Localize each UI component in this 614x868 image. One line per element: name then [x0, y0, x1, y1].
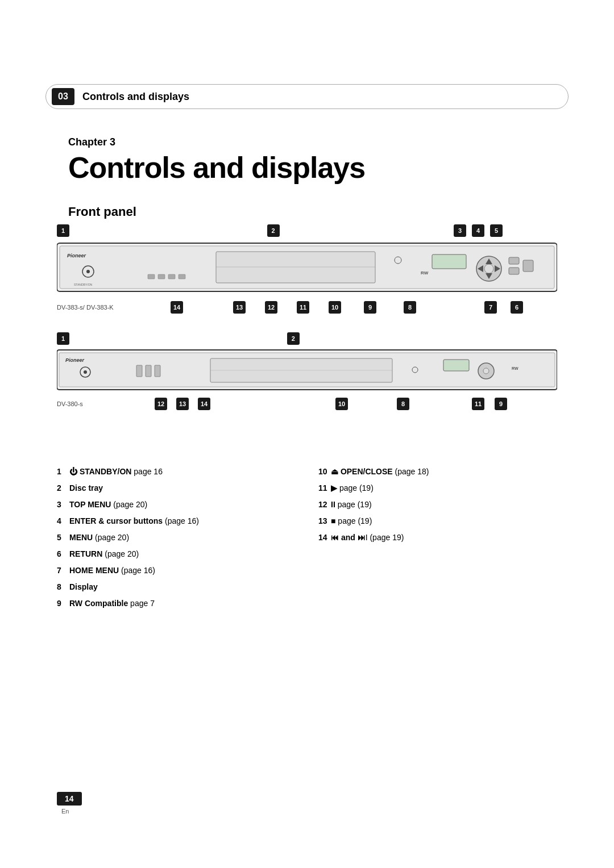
svg-rect-15 [509, 257, 519, 264]
ref-item-9: 9 RW Compatible page 7 [57, 598, 296, 610]
section-bar-title: Controls and displays [82, 91, 189, 103]
svg-point-10 [484, 264, 493, 273]
svg-point-28 [84, 370, 87, 374]
svg-rect-16 [509, 268, 519, 274]
badge-14-bottom: 14 [198, 398, 210, 410]
svg-rect-29 [136, 365, 142, 377]
device-diagrams: 1 2 3 4 5 Pioneer [57, 224, 557, 412]
svg-point-4 [86, 270, 90, 273]
svg-point-38 [483, 368, 489, 374]
device-top-diagram: 1 2 3 4 5 Pioneer [57, 224, 557, 315]
svg-rect-17 [523, 260, 533, 272]
reference-list: 1 ⏻ STANDBY/ON page 16 2 Disc tray 3 TOP… [57, 466, 557, 614]
svg-rect-19 [148, 274, 155, 279]
badge-1-top: 1 [57, 224, 69, 237]
badge-12-top: 12 [265, 301, 277, 314]
chapter-label: Chapter 3 [68, 136, 115, 148]
badge-13-top: 13 [233, 301, 246, 314]
svg-rect-20 [158, 274, 165, 279]
ref-item-8: 8 Display [57, 581, 296, 593]
chapter-main-title: Controls and displays [68, 151, 365, 185]
ref-item-7: 7 HOME MENU (page 16) [57, 565, 296, 577]
section-number: 03 [52, 88, 74, 105]
badge-10-top: 10 [329, 301, 341, 314]
ref-item-12: 12 II page (19) [318, 499, 557, 511]
svg-text:RW: RW [512, 366, 518, 370]
badge-10-bottom: 10 [335, 398, 348, 410]
ref-item-6: 6 RETURN (page 20) [57, 548, 296, 560]
badge-14-top: 14 [171, 301, 183, 314]
badge-2-bottom: 2 [287, 332, 300, 345]
svg-text:Pioneer: Pioneer [67, 253, 86, 258]
badge-2-top: 2 [267, 224, 280, 237]
ref-item-4: 4 ENTER & cursor buttons (page 16) [57, 515, 296, 527]
badge-1-bottom: 1 [57, 332, 69, 345]
badge-3-top: 3 [454, 224, 466, 237]
svg-text:Pioneer: Pioneer [65, 357, 85, 363]
badge-4-top: 4 [472, 224, 484, 237]
svg-rect-18 [432, 254, 466, 269]
svg-text:RW: RW [421, 270, 429, 276]
model-label-top: DV-383-s/ DV-383-K [57, 304, 114, 311]
badge-11-top: 11 [297, 301, 309, 314]
svg-rect-21 [168, 274, 175, 279]
badge-5-top: 5 [490, 224, 503, 237]
badge-11-bottom: 11 [472, 398, 484, 410]
badge-9-top: 9 [364, 301, 376, 314]
badge-13-bottom: 13 [176, 398, 189, 410]
device-body-top-svg: Pioneer RW [57, 240, 557, 297]
badge-6-top: 6 [511, 301, 523, 314]
svg-rect-5 [216, 252, 375, 283]
svg-rect-30 [146, 365, 151, 377]
model-label-bottom: DV-380-s [57, 400, 83, 407]
section-bar: 03 Controls and displays [45, 84, 569, 109]
ref-item-14: 14 ⏮ and ⏭I (page 19) [318, 532, 557, 544]
page-lang: En [61, 808, 69, 815]
badge-7-top: 7 [484, 301, 497, 314]
ref-item-1: 1 ⏻ STANDBY/ON page 16 [57, 466, 296, 478]
badge-12-bottom: 12 [155, 398, 167, 410]
device-body-bottom-svg: Pioneer DVD [57, 348, 557, 394]
svg-text:STANDBY/ON: STANDBY/ON [74, 283, 93, 286]
page-number: 14 [57, 792, 82, 806]
ref-item-11: 11 ▶ page (19) [318, 482, 557, 494]
badge-9-bottom: 9 [495, 398, 507, 410]
ref-item-13: 13 ■ page (19) [318, 515, 557, 527]
ref-item-5: 5 MENU (page 20) [57, 532, 296, 544]
svg-rect-22 [179, 274, 185, 279]
device-bottom-diagram: 1 2 Pioneer DVD [57, 332, 557, 412]
svg-rect-31 [155, 365, 160, 377]
svg-rect-36 [443, 360, 469, 371]
ref-item-10: 10 ⏏ OPEN/CLOSE (page 18) [318, 466, 557, 478]
ref-item-3: 3 TOP MENU (page 20) [57, 499, 296, 511]
ref-item-2: 2 Disc tray [57, 482, 296, 494]
badge-8-bottom: 8 [397, 398, 409, 410]
ref-col-right: 10 ⏏ OPEN/CLOSE (page 18) 11 ▶ page (19)… [318, 466, 557, 614]
ref-col-left: 1 ⏻ STANDBY/ON page 16 2 Disc tray 3 TOP… [57, 466, 296, 614]
badge-8-top: 8 [404, 301, 416, 314]
front-panel-heading: Front panel [68, 205, 136, 219]
